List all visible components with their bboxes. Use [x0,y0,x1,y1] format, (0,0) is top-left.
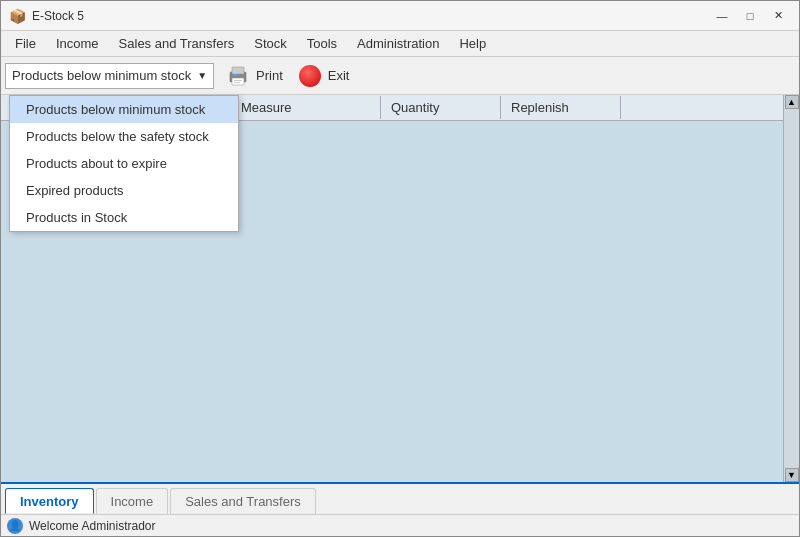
tab-sales-transfers[interactable]: Sales and Transfers [170,488,316,514]
menu-help[interactable]: Help [449,33,496,54]
dropdown-selected-label: Products below minimum stock [12,68,191,83]
user-icon: 👤 [7,518,23,534]
tab-inventory[interactable]: Inventory [5,488,94,514]
svg-rect-1 [232,67,244,74]
svg-rect-3 [234,74,237,76]
tab-income[interactable]: Income [96,488,169,514]
dropdown-item-safety-stock[interactable]: Products below the safety stock [10,123,238,150]
exit-button[interactable]: Exit [293,63,356,89]
maximize-button[interactable]: □ [737,6,763,26]
menu-administration[interactable]: Administration [347,33,449,54]
scroll-down-arrow[interactable]: ▼ [785,468,799,482]
dropdown-item-min-stock[interactable]: Products below minimum stock [10,96,238,123]
scrollbar[interactable]: ▲ ▼ [783,95,799,482]
printer-icon [224,63,252,89]
minimize-button[interactable]: — [709,6,735,26]
report-type-dropdown[interactable]: Products below minimum stock ▼ [5,63,214,89]
col-quantity: Quantity [381,96,501,119]
title-text: E-Stock 5 [32,9,84,23]
scroll-up-arrow[interactable]: ▲ [785,95,799,109]
title-bar-left: 📦 E-Stock 5 [9,8,84,24]
status-bar: 👤 Welcome Administrador [1,514,799,536]
menu-bar: File Income Sales and Transfers Stock To… [1,31,799,57]
title-bar-controls: — □ ✕ [709,6,791,26]
print-button[interactable]: Print [218,63,289,89]
toolbar: Products below minimum stock ▼ Print Exi… [1,57,799,95]
app-icon: 📦 [9,8,26,24]
menu-tools[interactable]: Tools [297,33,347,54]
svg-rect-2 [232,78,244,85]
menu-file[interactable]: File [5,33,46,54]
bottom-tabs: Inventory Income Sales and Transfers [1,482,799,514]
dropdown-arrow-icon: ▼ [197,70,207,81]
exit-icon [299,65,321,87]
print-label: Print [256,68,283,83]
menu-sales-transfers[interactable]: Sales and Transfers [109,33,245,54]
svg-rect-5 [234,82,240,83]
exit-label: Exit [328,68,350,83]
menu-income[interactable]: Income [46,33,109,54]
close-button[interactable]: ✕ [765,6,791,26]
dropdown-item-about-to-expire[interactable]: Products about to expire [10,150,238,177]
welcome-text: Welcome Administrador [29,519,156,533]
col-measure: Measure [231,96,381,119]
dropdown-item-expired[interactable]: Expired products [10,177,238,204]
dropdown-item-in-stock[interactable]: Products in Stock [10,204,238,231]
col-replenish: Replenish [501,96,621,119]
svg-rect-4 [234,80,242,81]
dropdown-menu: Products below minimum stock Products be… [9,95,239,232]
menu-stock[interactable]: Stock [244,33,297,54]
title-bar: 📦 E-Stock 5 — □ ✕ [1,1,799,31]
